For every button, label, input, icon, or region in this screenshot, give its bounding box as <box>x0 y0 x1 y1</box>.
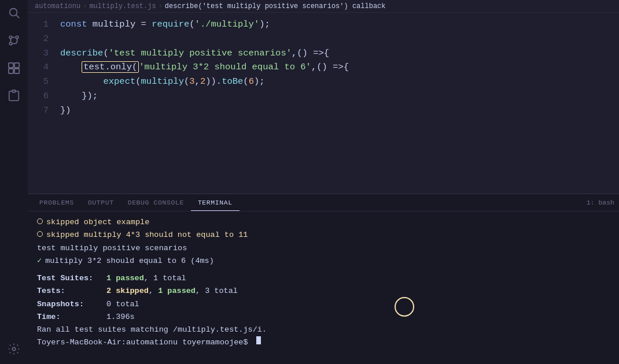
terminal-panel: PROBLEMS OUTPUT DEBUG CONSOLE TERMINAL 1… <box>28 194 619 364</box>
svg-point-0 <box>10 9 17 16</box>
code-editor: 1 2 3 4 5 6 7 const multiply = require('… <box>28 13 619 194</box>
tab-debug-console[interactable]: DEBUG CONSOLE <box>121 194 191 211</box>
line-num-7: 7 <box>28 103 49 118</box>
panel-tabs: PROBLEMS OUTPUT DEBUG CONSOLE TERMINAL 1… <box>28 194 619 211</box>
svg-rect-5 <box>9 63 13 68</box>
code-lines: const multiply = require('./multiply'); … <box>58 17 619 189</box>
stat-label-suites: Test Suites: <box>37 272 106 285</box>
breadcrumb-part-1: automationu <box>35 2 80 10</box>
stat-row-tests: Tests: 2 skipped, 1 passed, 3 total <box>37 285 610 298</box>
code-line-2 <box>60 32 619 46</box>
tab-output[interactable]: OUTPUT <box>81 194 121 211</box>
activity-bar <box>0 0 28 364</box>
svg-point-2 <box>9 36 12 39</box>
stat-row-snapshots: Snapshots: 0 total <box>37 298 610 311</box>
activity-bar-bottom <box>6 341 22 364</box>
code-line-6: }); <box>60 89 619 103</box>
test-icon[interactable] <box>6 88 22 104</box>
svg-rect-8 <box>9 69 13 73</box>
breadcrumb-sep-2: › <box>159 2 163 10</box>
terminal-line-3: test multiply positive scenarios <box>37 242 610 255</box>
svg-point-4 <box>16 36 19 39</box>
terminal-line-ran: Ran all test suites matching /multiply.t… <box>37 324 610 336</box>
terminal-line-1: skipped object example <box>37 216 610 229</box>
terminal-line-4: ✓ multiply 3*2 should equal to 6 (4ms) <box>37 255 610 268</box>
stat-value-suites: 1 passed, 1 total <box>106 272 186 285</box>
stat-label-time: Time: <box>37 311 106 324</box>
circle-icon-2 <box>37 231 43 237</box>
svg-rect-7 <box>14 69 19 73</box>
stat-label-tests: Tests: <box>37 285 106 298</box>
terminal-prompt: Toyers-MacBook-Air:automationu toyermamo… <box>37 336 253 349</box>
terminal-text-1: skipped object example <box>46 216 149 229</box>
stat-label-snapshots: Snapshots: <box>37 298 106 311</box>
svg-rect-6 <box>14 63 19 68</box>
code-area: 1 2 3 4 5 6 7 const multiply = require('… <box>28 13 619 194</box>
search-icon[interactable] <box>6 5 22 21</box>
extensions-icon[interactable] <box>6 60 22 76</box>
line-num-4: 4 <box>28 60 49 75</box>
stat-row-suites: Test Suites: 1 passed, 1 total <box>37 272 610 285</box>
breadcrumb-sep-1: › <box>83 2 87 10</box>
svg-line-1 <box>16 15 19 18</box>
code-line-5: expect(multiply(3,2)).toBe(6); <box>60 75 619 89</box>
terminal-ran-text: Ran all test suites matching /multiply.t… <box>37 324 267 336</box>
line-num-1: 1 <box>28 17 49 32</box>
code-line-4: test.only('multiply 3*2 should equal to … <box>60 60 619 75</box>
stat-row-time: Time: 1.396s <box>37 311 610 324</box>
breadcrumb-part-2: multiply.test.js <box>89 2 156 10</box>
terminal-blank <box>37 268 610 272</box>
breadcrumb-part-3: describe('test multiply positive scenari… <box>165 2 386 10</box>
svg-rect-9 <box>12 90 16 92</box>
stat-value-time: 1.396s <box>106 311 135 324</box>
settings-icon[interactable] <box>6 341 22 357</box>
line-num-2: 2 <box>28 32 49 46</box>
code-line-1: const multiply = require('./multiply'); <box>60 17 619 32</box>
terminal-suite-name: test multiply positive scenarios <box>37 242 187 255</box>
code-line-3: describe('test multiply positive scenari… <box>60 46 619 61</box>
terminal-line-2: skipped multiply 4*3 should not equal to… <box>37 229 610 242</box>
stat-value-tests: 2 skipped, 1 passed, 3 total <box>106 285 238 298</box>
terminal-content[interactable]: skipped object example skipped multiply … <box>28 211 619 364</box>
terminal-text-2: skipped multiply 4*3 should not equal to… <box>46 229 248 242</box>
terminal-passing-test: multiply 3*2 should equal to 6 (4ms) <box>45 255 214 268</box>
svg-point-3 <box>9 42 12 45</box>
line-num-5: 5 <box>28 75 49 89</box>
code-line-7: }) <box>60 103 619 118</box>
tab-problems[interactable]: PROBLEMS <box>32 194 81 211</box>
tab-terminal[interactable]: TERMINAL <box>191 194 240 211</box>
line-numbers: 1 2 3 4 5 6 7 <box>28 17 58 189</box>
line-num-6: 6 <box>28 89 49 103</box>
check-icon: ✓ <box>37 255 42 268</box>
circle-icon-1 <box>37 218 43 224</box>
terminal-prompt-line: Toyers-MacBook-Air:automationu toyermamo… <box>37 336 610 349</box>
line-num-3: 3 <box>28 46 49 61</box>
terminal-cursor <box>256 336 261 344</box>
terminal-instance-label: 1: bash <box>587 199 614 206</box>
stat-value-snapshots: 0 total <box>106 298 139 311</box>
main-content: automationu › multiply.test.js › describ… <box>28 0 619 364</box>
breadcrumb: automationu › multiply.test.js › describ… <box>28 0 619 13</box>
svg-point-10 <box>12 347 16 351</box>
source-control-icon[interactable] <box>6 32 22 49</box>
